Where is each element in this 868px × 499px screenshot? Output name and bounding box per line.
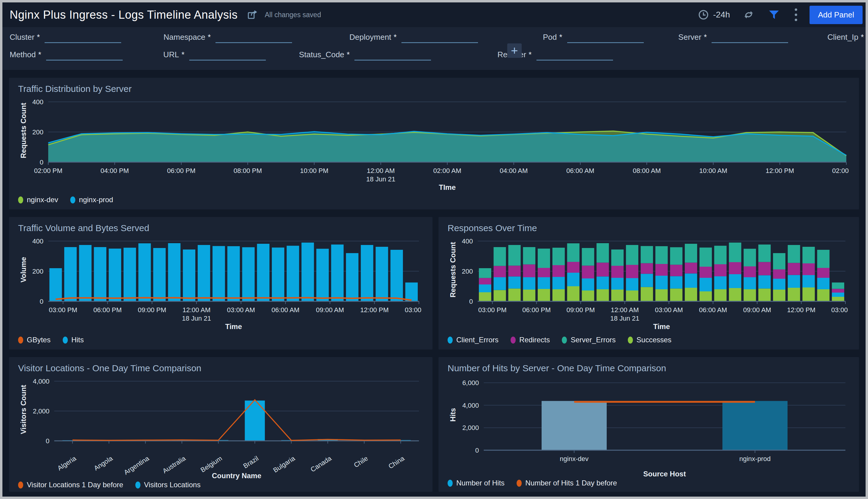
stacked-bar-segment[interactable]	[714, 289, 727, 301]
stacked-bar-segment[interactable]	[656, 276, 668, 289]
stacked-bar-segment[interactable]	[494, 277, 506, 290]
stacked-bar-segment[interactable]	[641, 246, 653, 263]
stacked-bar-segment[interactable]	[611, 278, 624, 290]
stacked-bar-segment[interactable]	[758, 276, 771, 289]
stacked-bar-segment[interactable]	[744, 249, 756, 267]
stacked-bar-segment[interactable]	[523, 277, 535, 290]
stacked-bar-segment[interactable]	[758, 245, 771, 262]
legend-item-visitor-locations-1-day-before[interactable]: Visitor Locations 1 Day before	[18, 480, 123, 489]
bar[interactable]	[94, 247, 106, 301]
legend-item-visitors-locations[interactable]: Visitors Locations	[135, 480, 201, 489]
stacked-bar-segment[interactable]	[494, 290, 506, 302]
stacked-bar-segment[interactable]	[714, 264, 727, 276]
legend-item-hits[interactable]: Hits	[63, 336, 84, 344]
stacked-bar-segment[interactable]	[597, 263, 609, 277]
stacked-bar-segment[interactable]	[626, 265, 638, 278]
bar[interactable]	[168, 243, 181, 301]
stacked-bar-segment[interactable]	[597, 277, 609, 290]
bar[interactable]	[153, 248, 166, 301]
stacked-bar-segment[interactable]	[626, 291, 638, 301]
bar[interactable]	[391, 250, 403, 301]
stacked-bar-segment[interactable]	[773, 279, 785, 290]
stacked-bar-segment[interactable]	[729, 243, 742, 262]
stacked-bar-segment[interactable]	[538, 248, 550, 268]
stacked-bar-segment[interactable]	[552, 289, 565, 301]
stacked-bar-segment[interactable]	[582, 278, 594, 291]
add-filter-button[interactable]: +	[507, 44, 522, 58]
bar[interactable]	[198, 245, 210, 301]
stacked-bar-segment[interactable]	[817, 250, 829, 268]
bar[interactable]	[722, 401, 787, 450]
stacked-bar-segment[interactable]	[803, 288, 815, 301]
stacked-bar-segment[interactable]	[832, 297, 844, 301]
bar[interactable]	[286, 246, 299, 302]
stacked-bar-segment[interactable]	[699, 291, 712, 301]
stacked-bar-segment[interactable]	[699, 267, 712, 278]
stacked-bar-segment[interactable]	[509, 277, 521, 289]
filter-input-referrer[interactable]	[537, 49, 613, 61]
stacked-bar-segment[interactable]	[714, 276, 727, 289]
bar[interactable]	[64, 247, 76, 301]
share-icon[interactable]	[246, 8, 259, 21]
stacked-bar-segment[interactable]	[567, 273, 579, 286]
overlay-line[interactable]	[73, 400, 401, 440]
stacked-bar-segment[interactable]	[582, 266, 594, 279]
bar[interactable]	[361, 245, 373, 301]
stacked-bar-segment[interactable]	[494, 247, 506, 266]
stacked-bar-segment[interactable]	[567, 243, 579, 262]
legend-item-redirects[interactable]: Redirects	[511, 336, 550, 344]
stacked-bar-segment[interactable]	[523, 265, 535, 278]
bar[interactable]	[212, 246, 225, 302]
stacked-bar-segment[interactable]	[670, 247, 682, 265]
bar[interactable]	[257, 244, 269, 301]
stacked-bar-segment[interactable]	[803, 263, 815, 275]
stacked-bar-segment[interactable]	[509, 266, 521, 277]
stacked-bar-segment[interactable]	[729, 288, 742, 301]
bar[interactable]	[272, 248, 284, 302]
stacked-bar-segment[interactable]	[509, 289, 521, 302]
stacked-bar-segment[interactable]	[597, 289, 609, 301]
stacked-bar-segment[interactable]	[817, 278, 829, 289]
stacked-bar-segment[interactable]	[714, 246, 727, 265]
stacked-bar-segment[interactable]	[523, 247, 535, 265]
bar[interactable]	[124, 248, 136, 301]
stacked-bar-segment[interactable]	[788, 263, 800, 275]
traffic-volume-chart[interactable]: 020040003:00 PM06:00 PM09:00 PM12:00 AM1…	[18, 236, 424, 331]
refresh-icon[interactable]	[742, 8, 755, 21]
legend-item-number-of-hits[interactable]: Number of Hits	[448, 479, 504, 487]
visitor-locations-chart[interactable]: 02,0004,000AlgeriaAngolaArgentinaAustral…	[18, 376, 424, 480]
stacked-bar-segment[interactable]	[494, 266, 506, 278]
stacked-bar-segment[interactable]	[758, 289, 771, 302]
filter-icon[interactable]	[767, 8, 781, 21]
bar[interactable]	[316, 249, 329, 302]
stacked-bar-segment[interactable]	[670, 265, 682, 276]
bar[interactable]	[109, 248, 121, 301]
bar[interactable]	[302, 243, 314, 301]
add-panel-button[interactable]: Add Panel	[809, 6, 863, 24]
bar[interactable]	[346, 253, 358, 301]
stacked-bar-segment[interactable]	[832, 289, 844, 293]
stacked-bar-segment[interactable]	[509, 245, 521, 266]
stacked-bar-segment[interactable]	[641, 274, 653, 287]
stacked-bar-segment[interactable]	[479, 284, 491, 292]
stacked-bar-segment[interactable]	[597, 243, 609, 263]
bar[interactable]	[79, 245, 91, 301]
filter-input-server[interactable]	[712, 31, 788, 43]
filter-input-url[interactable]	[189, 49, 266, 61]
stacked-bar-segment[interactable]	[788, 275, 800, 288]
stacked-bar-segment[interactable]	[788, 245, 800, 263]
legend-item-server-errors[interactable]: Server_Errors	[562, 336, 615, 344]
stacked-bar-segment[interactable]	[817, 268, 829, 278]
stacked-bar-segment[interactable]	[773, 269, 785, 279]
stacked-bar-segment[interactable]	[685, 273, 697, 288]
stacked-bar-segment[interactable]	[656, 264, 668, 276]
stacked-bar-segment[interactable]	[611, 290, 624, 301]
stacked-bar-segment[interactable]	[803, 247, 815, 263]
filter-input-cluster[interactable]	[45, 31, 121, 43]
bar[interactable]	[331, 245, 344, 302]
legend-item-number-of-hits-1-day-before[interactable]: Number of Hits 1 Day before	[516, 479, 617, 487]
hits-by-server-chart[interactable]: 02,0004,0006,000nginx-devnginx-prodSourc…	[448, 376, 850, 479]
bar[interactable]	[227, 246, 240, 301]
responses-over-time-chart[interactable]: 020040003:00 PM06:00 PM09:00 PM12:00 AM1…	[448, 236, 850, 331]
stacked-bar-segment[interactable]	[582, 291, 594, 301]
